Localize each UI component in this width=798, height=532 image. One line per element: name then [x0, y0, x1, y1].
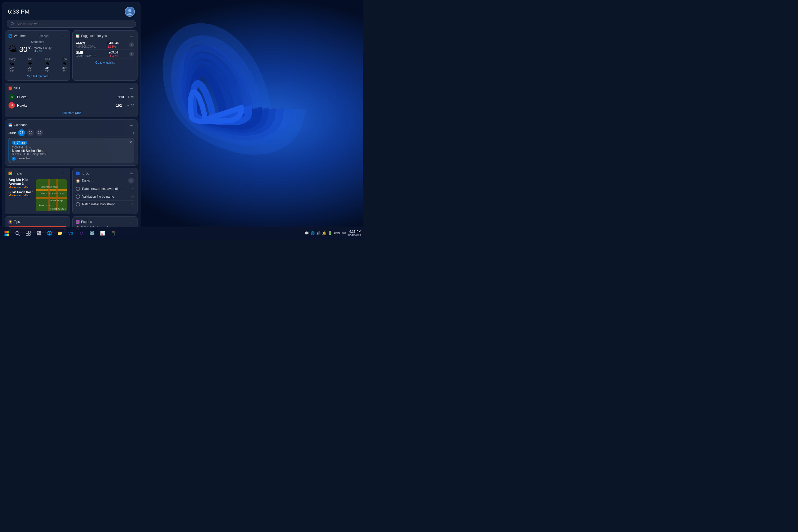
network-icon[interactable]: 🌐 [310, 231, 315, 235]
add-task-btn[interactable]: + [128, 178, 134, 184]
wechat-icon[interactable]: 💬 [305, 231, 309, 235]
lang-indicator[interactable]: ENG [334, 232, 340, 235]
weather-icon: 🌤 [8, 34, 12, 38]
see-more-nba-link[interactable]: See more NBA [8, 111, 134, 114]
widgets-panel: 6:33 PM 🌤 Weather [2, 2, 140, 233]
bucks-logo: B [8, 94, 15, 100]
start-button[interactable] [2, 228, 12, 238]
svg-rect-18 [39, 234, 41, 235]
panel-time: 6:33 PM [8, 8, 30, 15]
keyboard-icon[interactable]: ⌨ [342, 231, 346, 235]
cal-day-28[interactable]: 28 [18, 129, 25, 136]
notification-icon[interactable]: 🔔 [322, 231, 326, 235]
task-row-1: Validation file by name ☆ [76, 193, 134, 201]
panel-header: 6:33 PM [2, 2, 140, 19]
map-road-vertical-2 [56, 179, 58, 211]
weather-humidity: 💧22% [34, 50, 52, 52]
bucks-score: 113 [116, 95, 124, 99]
traffic-road-1: Ang Mo Kio Avenue 3 [8, 178, 34, 186]
map-label-1: Bukit Timah Road [41, 186, 57, 188]
person-avatar: L [12, 157, 16, 161]
map-label-3: Marina Bay Cruise Centre [41, 192, 65, 194]
calendar-event: in 27 min 7:00 PM · 2 hrs Microsoft Suzh… [8, 138, 134, 163]
search-taskbar-btn[interactable] [13, 228, 22, 238]
cal-day-29[interactable]: 29 [27, 129, 34, 136]
taskbar-clock[interactable]: 6:33 PM 6/28/2021 [348, 230, 361, 237]
nba-more-btn[interactable]: ··· [129, 86, 134, 91]
cal-sync-icon[interactable]: ↻ [129, 140, 132, 144]
svg-line-10 [19, 234, 20, 235]
game-team-row-bucks: B Bucks 113 Final [8, 93, 134, 101]
widgets-taskbar-btn[interactable] [34, 228, 44, 238]
todo-title: To Do [81, 172, 89, 175]
map-road-vertical [49, 179, 50, 211]
traffic-title: Traffic [14, 172, 23, 175]
calendar-more-btn[interactable]: ··· [129, 122, 134, 128]
terminal-btn[interactable]: 📱 [109, 228, 118, 238]
traffic-road-2: Bukit Timah Road [8, 190, 34, 194]
watchlist-link[interactable]: Go to watchlist [76, 61, 134, 64]
game-team-row-hawks: H Hawks 102 Jun 28 [8, 101, 134, 110]
svg-rect-13 [26, 233, 28, 235]
taskbar-left: 🌐 📁 VS ⬡ ⚙️ 📊 📱 [2, 228, 305, 238]
nba-title: NBA [14, 87, 20, 90]
edge-btn[interactable]: 🌐 [45, 228, 54, 238]
avatar[interactable] [125, 7, 135, 17]
task-text-0: Patch new,open,save,edi... [82, 187, 129, 191]
cal-day-30[interactable]: 30 [36, 129, 43, 136]
svg-rect-7 [4, 233, 7, 236]
taskview-btn[interactable] [23, 228, 33, 238]
task-checkbox-1[interactable] [76, 194, 80, 199]
battery-icon[interactable]: 🔋 [328, 231, 332, 235]
svg-rect-12 [28, 231, 30, 233]
task-star-1[interactable]: ☆ [131, 195, 134, 199]
todo-header: ✓ To Do ··· [76, 171, 134, 176]
traffic-content: Ang Mo Kio Avenue 3 Moderate traffic Buk… [8, 178, 67, 211]
stocks-more-btn[interactable]: ··· [129, 33, 134, 39]
task-star-0[interactable]: ☆ [131, 187, 134, 191]
stocks-icon: 📈 [76, 34, 79, 38]
stock-add-btn-1[interactable]: + [129, 52, 134, 56]
map-background: © 2021 TomTom Bukit Timah Road Brani Isl… [36, 179, 67, 211]
svg-point-2 [127, 13, 132, 15]
stock-price-0: 3,401.46 [107, 41, 119, 45]
vscode-btn[interactable]: VS [66, 228, 76, 238]
map-label-2: Brani Island [39, 204, 50, 206]
forecast-day-0: Today 🌤 32° 26° [8, 58, 16, 73]
task-checkbox-0[interactable] [76, 187, 80, 191]
speaker-icon[interactable]: 🔊 [316, 231, 321, 235]
settings-btn[interactable]: ⚙️ [87, 228, 97, 238]
tips-more-btn[interactable]: ··· [61, 219, 67, 225]
tasks-label: Tasks [82, 179, 90, 183]
calendar-header: 📅 Calendar ··· [8, 122, 134, 128]
top-row: 🌤 Weather 6m ago ··· Singapore 🌤 30°C [5, 30, 137, 81]
weather-cloud-icon: 🌤 [8, 44, 17, 54]
vs-btn[interactable]: ⬡ [77, 228, 86, 238]
traffic-widget: 🚦 Traffic ··· Ang Mo Kio Avenue 3 Modera… [5, 168, 70, 214]
todo-icon: ✓ [76, 172, 79, 175]
esports-more-btn[interactable]: ··· [129, 219, 134, 225]
calendar-icon: 📅 [8, 123, 12, 127]
search-input[interactable] [17, 22, 132, 26]
map-copyright: © 2021 TomTom [50, 208, 66, 210]
task-star-2[interactable]: ☆ [131, 203, 134, 206]
calendar-widget: 📅 Calendar ··· June 28 29 30 › in 27 min… [5, 119, 137, 166]
tips-header: 💡 Tips ··· [8, 219, 67, 225]
game-date: Jun 28 [126, 104, 134, 107]
explorer-btn[interactable]: 📁 [55, 228, 65, 238]
todo-more-btn[interactable]: ··· [129, 171, 134, 176]
svg-rect-16 [37, 233, 39, 235]
search-bar[interactable] [7, 20, 136, 28]
hawks-name: Hawks [17, 103, 112, 108]
calendar-nav-arrow[interactable]: › [133, 131, 134, 135]
traffic-status-1: Moderate traffic [8, 186, 34, 189]
see-full-forecast-link[interactable]: See full forecast [8, 75, 67, 78]
svg-rect-14 [28, 233, 30, 235]
weather-more-btn[interactable]: ··· [61, 33, 67, 39]
svg-point-1 [128, 9, 131, 12]
stock-add-btn-0[interactable]: + [129, 42, 134, 47]
task-checkbox-2[interactable] [76, 202, 80, 206]
traffic-more-btn[interactable]: ··· [61, 171, 67, 176]
excel-btn[interactable]: 📊 [98, 228, 108, 238]
cal-event-person: L Lukas Hu [12, 157, 49, 161]
